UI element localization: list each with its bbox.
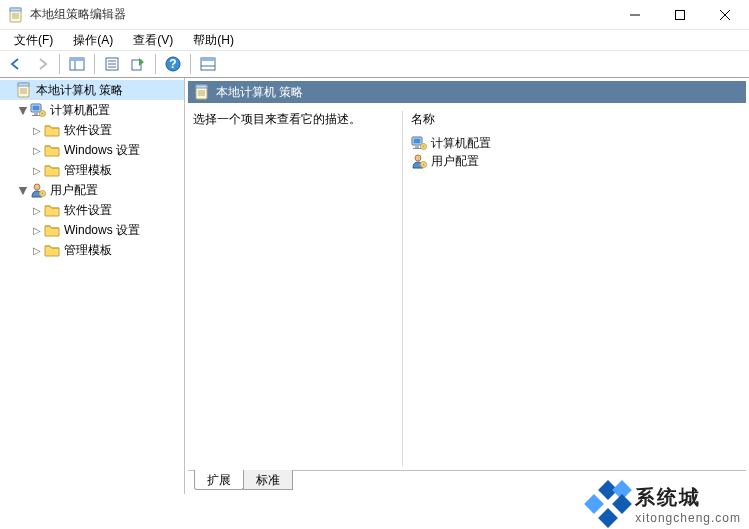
- expander-icon[interactable]: ▷: [30, 203, 44, 217]
- toolbar-separator: [94, 54, 95, 74]
- tree-label: 用户配置: [50, 182, 98, 199]
- tab-standard[interactable]: 标准: [243, 470, 293, 490]
- tree-root-label: 本地计算机 策略: [36, 82, 123, 99]
- detail-view-button[interactable]: [196, 53, 220, 75]
- user-icon: [30, 182, 46, 198]
- tree-software-settings[interactable]: ▷ 软件设置: [28, 120, 184, 140]
- list-item-computer-config[interactable]: 计算机配置: [411, 134, 741, 152]
- folder-icon: [44, 222, 60, 238]
- forward-button[interactable]: [30, 53, 54, 75]
- svg-rect-28: [675, 10, 684, 19]
- toolbar: [0, 50, 749, 78]
- description-column: 选择一个项目来查看它的描述。: [193, 111, 403, 466]
- folder-icon: [44, 202, 60, 218]
- folder-icon: [44, 242, 60, 258]
- expander-icon[interactable]: ▷: [30, 243, 44, 257]
- watermark-name: 系统城: [635, 484, 741, 511]
- tree-label: Windows 设置: [64, 142, 140, 159]
- window-title: 本地组策略编辑器: [30, 6, 612, 23]
- expander-icon[interactable]: ▷: [30, 143, 44, 157]
- column-header-name[interactable]: 名称: [411, 111, 741, 128]
- list-column: 名称 计算机配置 用户配置: [403, 111, 741, 466]
- tree-admin-templates[interactable]: ▷ 管理模板: [28, 160, 184, 180]
- content-area: ▶ 本地计算机 策略 ⯆ 计算机配置 ▷ 软件设置 ▷ Windows 设置: [0, 78, 749, 494]
- tree-label: 管理模板: [64, 162, 112, 179]
- expander-icon[interactable]: ⯆: [16, 103, 30, 117]
- menu-view[interactable]: 查看(V): [123, 30, 183, 51]
- tab-extended[interactable]: 扩展: [194, 470, 244, 490]
- tree-windows-settings[interactable]: ▷ Windows 设置: [28, 220, 184, 240]
- user-icon: [411, 153, 427, 169]
- tree-admin-templates[interactable]: ▷ 管理模板: [28, 240, 184, 260]
- folder-icon: [44, 142, 60, 158]
- help-button[interactable]: [161, 53, 185, 75]
- folder-icon: [44, 162, 60, 178]
- expander-icon[interactable]: ⯆: [16, 183, 30, 197]
- app-icon: [8, 7, 24, 23]
- back-button[interactable]: [4, 53, 28, 75]
- minimize-button[interactable]: [612, 0, 657, 30]
- list-item-label: 用户配置: [431, 153, 479, 170]
- properties-button[interactable]: [100, 53, 124, 75]
- toolbar-separator: [155, 54, 156, 74]
- tree-software-settings[interactable]: ▷ 软件设置: [28, 200, 184, 220]
- maximize-button[interactable]: [657, 0, 702, 30]
- description-text: 选择一个项目来查看它的描述。: [193, 112, 361, 126]
- toolbar-separator: [190, 54, 191, 74]
- computer-icon: [411, 135, 427, 151]
- menu-bar: 文件(F) 操作(A) 查看(V) 帮助(H): [0, 30, 749, 50]
- watermark-logo-icon: [587, 483, 629, 525]
- tree-windows-settings[interactable]: ▷ Windows 设置: [28, 140, 184, 160]
- tree-label: 软件设置: [64, 202, 112, 219]
- detail-header: 本地计算机 策略: [188, 81, 746, 103]
- menu-help[interactable]: 帮助(H): [183, 30, 244, 51]
- tree-label: 计算机配置: [50, 102, 110, 119]
- list-item-label: 计算机配置: [431, 135, 491, 152]
- list-item-user-config[interactable]: 用户配置: [411, 152, 741, 170]
- expander-icon[interactable]: ▷: [30, 163, 44, 177]
- menu-action[interactable]: 操作(A): [63, 30, 123, 51]
- close-button[interactable]: [702, 0, 747, 30]
- folder-icon: [44, 122, 60, 138]
- tree-pane[interactable]: ▶ 本地计算机 策略 ⯆ 计算机配置 ▷ 软件设置 ▷ Windows 设置: [0, 78, 185, 494]
- policy-icon: [194, 84, 210, 100]
- tree-label: 管理模板: [64, 242, 112, 259]
- expander-icon[interactable]: ▷: [30, 123, 44, 137]
- policy-icon: [16, 82, 32, 98]
- computer-icon: [30, 102, 46, 118]
- tree-label: Windows 设置: [64, 222, 140, 239]
- title-bar: 本地组策略编辑器: [0, 0, 749, 30]
- detail-pane: 本地计算机 策略 选择一个项目来查看它的描述。 名称 计算机配置 用户配置 扩展…: [185, 78, 749, 494]
- tree-root[interactable]: ▶ 本地计算机 策略: [0, 80, 184, 100]
- watermark-url: xitongcheng.com: [635, 511, 741, 525]
- detail-header-title: 本地计算机 策略: [216, 84, 303, 101]
- tree-computer-config[interactable]: ⯆ 计算机配置: [14, 100, 184, 120]
- menu-file[interactable]: 文件(F): [4, 30, 63, 51]
- tree-user-config[interactable]: ⯆ 用户配置: [14, 180, 184, 200]
- export-button[interactable]: [126, 53, 150, 75]
- toolbar-separator: [59, 54, 60, 74]
- show-tree-button[interactable]: [65, 53, 89, 75]
- tree-label: 软件设置: [64, 122, 112, 139]
- watermark: 系统城 xitongcheng.com: [579, 479, 749, 529]
- expander-icon[interactable]: ▷: [30, 223, 44, 237]
